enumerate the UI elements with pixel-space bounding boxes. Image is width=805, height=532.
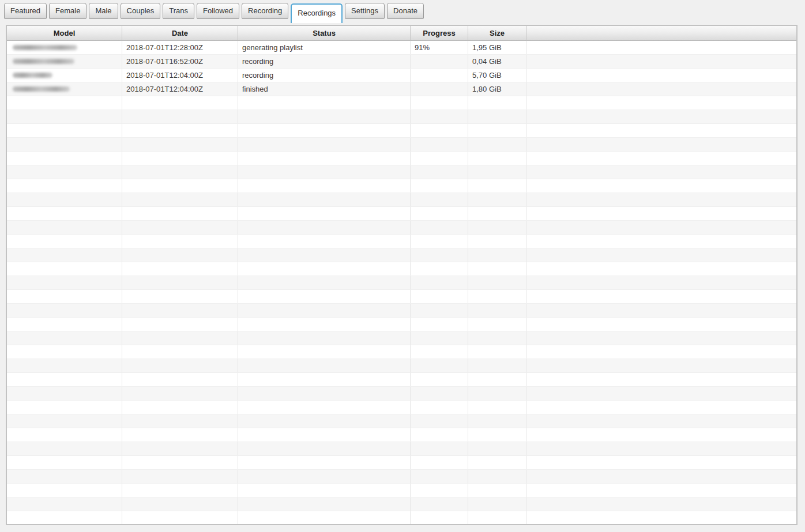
cell-model	[7, 138, 122, 151]
cell-date	[122, 345, 238, 359]
redacted-model-name	[13, 86, 70, 92]
cell-size	[468, 110, 526, 123]
cell-progress	[411, 497, 468, 511]
cell-date	[122, 484, 238, 497]
cell-date	[122, 96, 238, 110]
cell-progress	[411, 470, 468, 483]
cell-date	[122, 456, 238, 469]
tab-followed[interactable]: Followed	[197, 3, 239, 19]
table-row-empty	[7, 456, 796, 470]
table-row-empty	[7, 318, 796, 331]
cell-status	[238, 318, 411, 331]
cell-status	[238, 290, 411, 303]
cell-model	[7, 331, 122, 345]
tab-male[interactable]: Male	[89, 3, 118, 19]
table-row-empty	[7, 207, 796, 221]
table-row[interactable]: 2018-07-01T12:04:00Zrecording5,70 GiB	[7, 69, 796, 82]
cell-status	[238, 359, 411, 372]
cell-size	[468, 456, 526, 469]
cell-extra	[526, 304, 796, 317]
cell-size: 0,04 GiB	[468, 55, 526, 68]
cell-size	[468, 221, 526, 234]
cell-progress	[411, 124, 468, 137]
cell-extra	[526, 470, 796, 483]
table-header: ModelDateStatusProgressSize	[7, 26, 796, 41]
column-header-progress[interactable]: Progress	[411, 26, 468, 41]
column-header-status[interactable]: Status	[238, 26, 411, 41]
cell-status	[238, 193, 411, 206]
cell-model	[7, 82, 122, 96]
column-header-date[interactable]: Date	[122, 26, 238, 41]
table-row-empty	[7, 373, 796, 387]
cell-extra	[526, 110, 796, 123]
cell-status	[238, 387, 411, 400]
cell-extra	[526, 442, 796, 455]
table-row[interactable]: 2018-07-01T12:04:00Zfinished1,80 GiB	[7, 82, 796, 96]
cell-date	[122, 497, 238, 511]
cell-date	[122, 387, 238, 400]
cell-date	[122, 414, 238, 428]
cell-size	[468, 387, 526, 400]
tab-recording[interactable]: Recording	[242, 3, 288, 19]
tab-recordings[interactable]: Recordings	[291, 3, 343, 23]
cell-status	[238, 110, 411, 123]
cell-size	[468, 373, 526, 386]
cell-model	[7, 207, 122, 220]
cell-progress	[411, 262, 468, 276]
cell-date	[122, 207, 238, 220]
cell-progress	[411, 193, 468, 206]
cell-size	[468, 401, 526, 414]
cell-model	[7, 55, 122, 68]
table-row-empty	[7, 331, 796, 345]
tab-trans[interactable]: Trans	[163, 3, 194, 19]
cell-status	[238, 331, 411, 345]
cell-date	[122, 138, 238, 151]
cell-extra	[526, 124, 796, 137]
cell-date	[122, 373, 238, 386]
cell-progress	[411, 359, 468, 372]
table-row[interactable]: 2018-07-01T12:28:00Zgenerating playlist9…	[7, 41, 796, 55]
cell-extra	[526, 179, 796, 193]
tab-donate[interactable]: Donate	[387, 3, 424, 19]
cell-progress	[411, 55, 468, 68]
tab-bar: FeaturedFemaleMaleCouplesTransFollowedRe…	[0, 0, 805, 23]
cell-date	[122, 511, 238, 525]
tab-couples[interactable]: Couples	[121, 3, 161, 19]
redacted-model-name	[13, 45, 77, 50]
cell-model	[7, 110, 122, 123]
cell-status	[238, 511, 411, 525]
cell-progress	[411, 373, 468, 386]
table-row-empty	[7, 359, 796, 373]
tab-featured[interactable]: Featured	[4, 3, 47, 19]
cell-progress	[411, 414, 468, 428]
cell-date	[122, 179, 238, 193]
column-header-model[interactable]: Model	[7, 26, 122, 41]
cell-progress	[411, 69, 468, 82]
cell-date	[122, 165, 238, 179]
cell-model	[7, 179, 122, 193]
cell-extra	[526, 262, 796, 276]
cell-progress	[411, 387, 468, 400]
table-row[interactable]: 2018-07-01T16:52:00Zrecording0,04 GiB	[7, 55, 796, 69]
cell-model	[7, 262, 122, 276]
cell-model	[7, 456, 122, 469]
cell-extra	[526, 138, 796, 151]
tab-settings[interactable]: Settings	[345, 3, 385, 19]
cell-date	[122, 290, 238, 303]
cell-status	[238, 373, 411, 386]
cell-progress	[411, 138, 468, 151]
cell-model	[7, 276, 122, 289]
cell-size	[468, 96, 526, 110]
cell-extra	[526, 401, 796, 414]
cell-extra	[526, 82, 796, 96]
column-header-size[interactable]: Size	[468, 26, 526, 41]
cell-status	[238, 497, 411, 511]
cell-progress	[411, 221, 468, 234]
tab-female[interactable]: Female	[49, 3, 86, 19]
cell-date	[122, 276, 238, 289]
cell-size	[468, 124, 526, 137]
cell-progress	[411, 484, 468, 497]
table-row-empty	[7, 248, 796, 262]
cell-date	[122, 193, 238, 206]
cell-status	[238, 276, 411, 289]
